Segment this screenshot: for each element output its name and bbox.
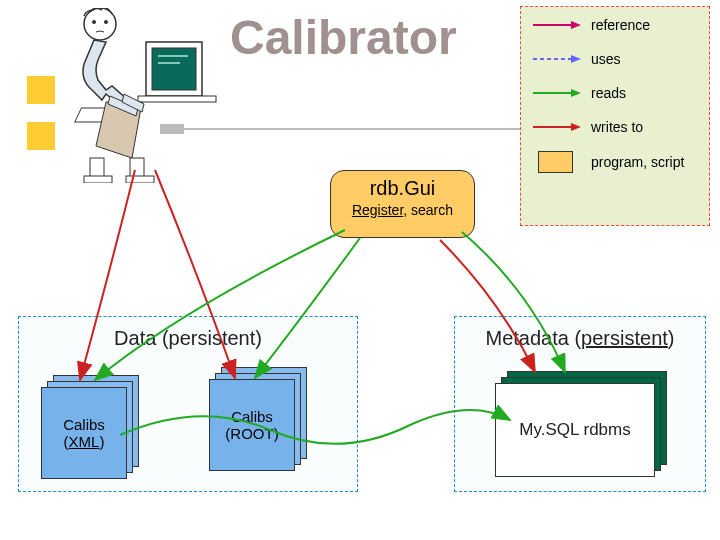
svg-rect-1 xyxy=(152,48,196,90)
svg-rect-4 xyxy=(138,96,216,102)
legend-label: reference xyxy=(591,17,650,33)
metadata-persistent-panel: Metadata (persistent) My.SQL rdbms xyxy=(454,316,706,492)
data-persistent-panel: Data (persistent) Calibs (XML) Calibs (R… xyxy=(18,316,358,492)
legend-line-reads xyxy=(531,83,581,103)
legend-program-box xyxy=(538,151,573,173)
legend-label: writes to xyxy=(591,119,643,135)
svg-point-7 xyxy=(92,20,96,24)
legend-label: reads xyxy=(591,85,626,101)
svg-marker-20 xyxy=(571,123,581,131)
person-at-computer-icon xyxy=(50,8,230,183)
legend-line-uses xyxy=(531,49,581,69)
data-panel-title: Data (persistent) xyxy=(19,327,357,350)
svg-rect-11 xyxy=(84,176,112,183)
svg-marker-16 xyxy=(571,55,581,63)
meta-panel-title: Metadata (persistent) xyxy=(455,327,705,350)
legend-line-writes xyxy=(531,117,581,137)
rdb-gui-box: rdb.Gui Register, search xyxy=(330,170,475,238)
svg-point-8 xyxy=(104,20,108,24)
calibs-xml-format: (XML) xyxy=(64,433,105,450)
gui-title: rdb.Gui xyxy=(331,177,474,200)
calibs-root-label: Calibs xyxy=(231,408,273,425)
gui-subtitle: Register, search xyxy=(331,202,474,218)
svg-marker-18 xyxy=(571,89,581,97)
svg-rect-9 xyxy=(90,158,104,178)
svg-rect-10 xyxy=(130,158,144,178)
legend-label: uses xyxy=(591,51,621,67)
legend-line-reference xyxy=(531,15,581,35)
page-title: Calibrator xyxy=(230,10,457,65)
svg-marker-14 xyxy=(571,21,581,29)
legend: reference uses reads writes to program, … xyxy=(520,6,710,226)
calibs-root-format: (ROOT) xyxy=(225,425,278,442)
legend-label: program, script xyxy=(591,154,684,170)
calibs-xml-label: Calibs xyxy=(63,416,105,433)
mysql-label: My.SQL rdbms xyxy=(519,420,630,440)
svg-rect-12 xyxy=(126,176,154,183)
